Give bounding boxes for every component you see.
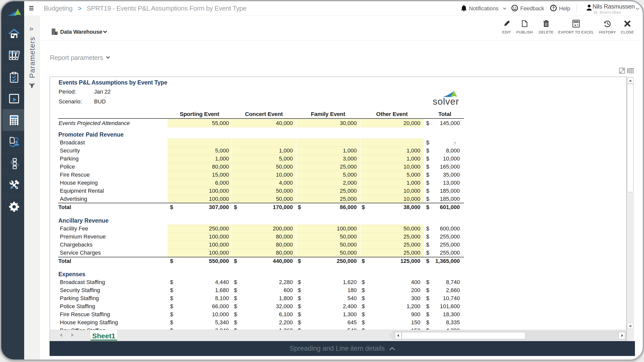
svg-text:?: ? bbox=[552, 6, 555, 10]
svg-text:x: x bbox=[574, 23, 576, 27]
